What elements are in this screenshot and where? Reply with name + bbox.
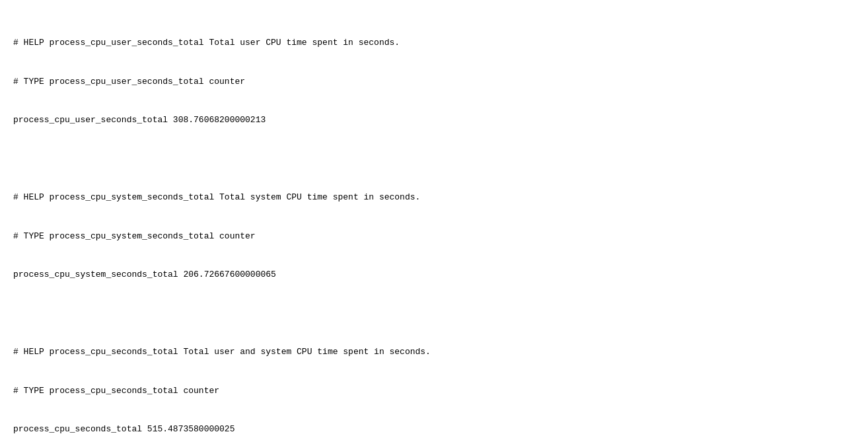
metrics-display: # HELP process_cpu_user_seconds_total To… [13,11,855,436]
line-cpu-user-value: process_cpu_user_seconds_total 308.76068… [13,114,855,127]
line-cpu-system-type: # TYPE process_cpu_system_seconds_total … [13,230,855,243]
line-cpu-total-type: # TYPE process_cpu_seconds_total counter [13,384,855,398]
line-cpu-total-help: # HELP process_cpu_seconds_total Total u… [13,345,855,359]
line-cpu-system-help: # HELP process_cpu_system_seconds_total … [13,191,855,204]
line-cpu-user-help: # HELP process_cpu_user_seconds_total To… [13,36,855,50]
line-cpu-user-type: # TYPE process_cpu_user_seconds_total co… [13,75,855,89]
line-cpu-total-value: process_cpu_seconds_total 515.4873580000… [13,423,855,436]
empty-line-2 [13,307,855,320]
line-cpu-system-value: process_cpu_system_seconds_total 206.726… [13,268,855,281]
empty-line-1 [13,153,855,166]
